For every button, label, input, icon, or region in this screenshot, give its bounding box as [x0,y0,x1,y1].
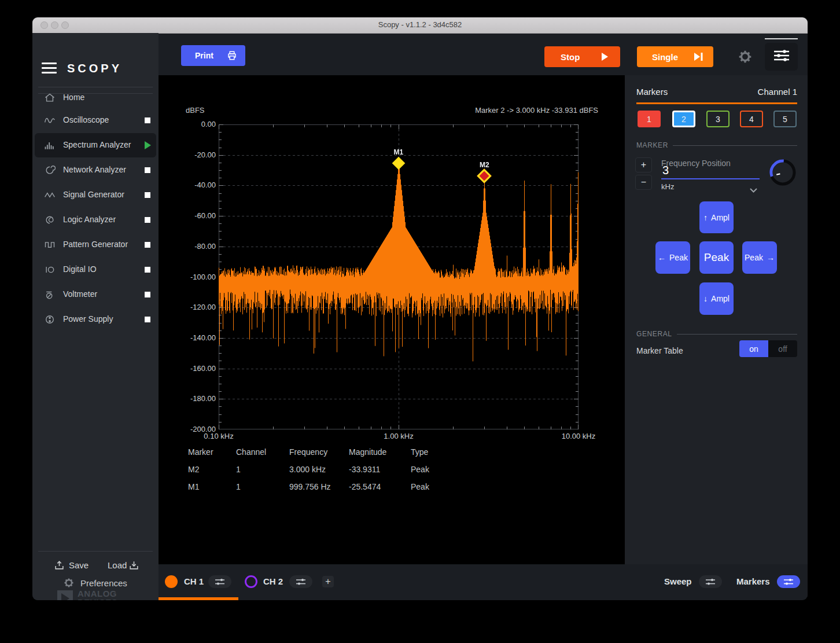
ch2-tab[interactable]: CH 2 [263,576,283,586]
sidebar-item-logic-analyzer[interactable]: Logic Analyzer [35,208,156,232]
marker-table-cell: Peak [411,465,429,474]
value-underline [661,178,760,179]
marker-table-toggle[interactable]: on off [739,340,797,357]
sidebar-item-label: Voltmeter [63,289,97,299]
sidebar-item-pattern-generator[interactable]: Pattern Generator [35,233,156,257]
spectrum-analyzer-icon [44,139,56,151]
sidebar-item-power-supply[interactable]: Power Supply [35,307,156,332]
sidebar-item-oscilloscope[interactable]: Oscilloscope [35,108,156,133]
toggle-on[interactable]: on [739,340,768,357]
marker-table-cell: M1 [188,482,199,491]
divider [38,93,153,94]
sweep-menu-button[interactable]: Sweep [664,576,692,586]
panel-accent-line [636,102,797,104]
stop-state-icon[interactable] [145,217,150,223]
sweep-settings-button[interactable] [699,575,722,588]
y-tick-label: -180.00 [161,394,216,403]
printer-icon [227,50,237,63]
markers-settings-button[interactable] [777,575,800,588]
frequency-increment-button[interactable]: + [635,157,652,172]
sidebar-item-home[interactable]: Home [35,86,156,110]
frequency-decrement-button[interactable]: − [635,175,652,190]
sidebar-item-spectrum-analyzer[interactable]: Spectrum Analyzer [35,133,156,157]
single-button[interactable]: Single [637,46,713,67]
marker-select-button-1[interactable]: 1 [638,111,661,127]
stop-state-icon[interactable] [145,167,150,173]
marker-table-cell: 1 [236,465,241,474]
ch2-enable-ring[interactable] [245,575,257,588]
frequency-knob[interactable] [768,158,797,189]
marker-readout: Marker 2 -> 3.000 kHz -33.931 dBFS [475,106,598,115]
divider [38,551,153,552]
peak-button[interactable]: Peak [699,241,734,274]
save-button[interactable]: Save [69,560,89,570]
stop-state-icon[interactable] [145,292,150,297]
toggle-off[interactable]: off [768,340,797,357]
stop-state-icon[interactable] [145,117,150,123]
title-bar: Scopy - v1.1.2 - 3d4c582 [32,17,808,34]
load-icon [128,560,140,571]
marker-table-header: Type [411,447,428,457]
home-icon [44,92,56,104]
marker-table-label: Marker Table [636,346,683,355]
sidebar-item-network-analyzer[interactable]: Network Analyzer [35,158,156,182]
spectrum-plot[interactable]: dBFS Marker 2 -> 3.000 kHz -33.931 dBFS … [159,75,625,564]
marker-select-button-4[interactable]: 4 [740,111,763,127]
sidebar-item-label: Spectrum Analyzer [63,140,131,149]
arrow-left-icon: ← [658,253,666,262]
add-channel-button[interactable]: + [322,576,334,587]
y-tick-label: -120.00 [161,303,216,311]
stop-run-button[interactable]: Stop [544,46,620,67]
stop-state-icon[interactable] [145,267,150,273]
fft-trace-canvas[interactable] [219,124,579,429]
x-tick-label: 1.00 kHz [384,432,413,440]
peak-left-button[interactable]: ← Peak [655,241,690,274]
frequency-unit-select[interactable]: kHz [661,182,674,191]
y-axis-unit-label: dBFS [186,106,205,115]
chevron-down-icon[interactable] [750,185,757,195]
preferences-gear-icon [63,577,75,589]
preferences-button[interactable]: Preferences [80,578,127,588]
menu-toggle-icon[interactable] [42,63,57,74]
ch1-settings-button[interactable] [208,575,231,588]
stop-state-icon[interactable] [145,192,150,198]
marker-table-header: Channel [236,447,266,457]
marker-label-M1: M1 [389,148,408,156]
panel-settings-button[interactable] [765,43,798,71]
running-play-icon[interactable] [145,141,151,149]
ch2-settings-button[interactable] [289,575,312,588]
ch1-enable-dot[interactable] [165,575,178,588]
section-general-label: GENERAL [636,330,672,338]
settings-gear-icon[interactable] [738,49,753,64]
marker-table-cell: 3.000 kHz [289,465,326,474]
frequency-value-input[interactable]: 3 [662,164,669,177]
sidebar: SCOPY HomeOscilloscopeSpectrum AnalyzerN… [32,33,159,600]
sidebar-item-signal-generator[interactable]: Signal Generator [35,183,156,207]
marker-select-button-2[interactable]: 2 [672,111,695,127]
sidebar-item-voltmeter[interactable]: Voltmeter [35,282,156,307]
pattern-generator-icon [44,239,56,251]
markers-menu-button[interactable]: Markers [736,576,770,586]
peak-right-button[interactable]: Peak → [742,241,777,274]
marker-table-header: Frequency [289,447,327,457]
stop-state-icon[interactable] [145,242,150,248]
single-skip-icon [694,53,703,63]
app-window: Scopy - v1.1.2 - 3d4c582 SCOPY HomeOscil… [32,17,808,600]
y-tick-label: -20.00 [161,150,216,159]
arrow-down-icon: ↓ [703,294,708,303]
save-icon [54,560,65,571]
marker-table-cell: 1 [236,482,241,491]
panel-channel-label[interactable]: Channel 1 [758,87,797,97]
amplitude-down-button[interactable]: ↓ Ampl [699,282,734,315]
load-button[interactable]: Load [108,560,127,570]
y-tick-label: -40.00 [161,181,216,189]
ch1-tab[interactable]: CH 1 [184,576,204,586]
window-title: Scopy - v1.1.2 - 3d4c582 [32,20,808,29]
y-tick-label: -160.00 [161,364,216,373]
marker-select-button-5[interactable]: 5 [773,111,797,127]
stop-state-icon[interactable] [145,317,150,322]
amplitude-up-button[interactable]: ↑ Ampl [699,201,734,233]
sidebar-item-digital-io[interactable]: Digital IO [35,258,156,282]
print-button[interactable]: Print [181,45,245,66]
marker-select-button-3[interactable]: 3 [706,111,730,127]
